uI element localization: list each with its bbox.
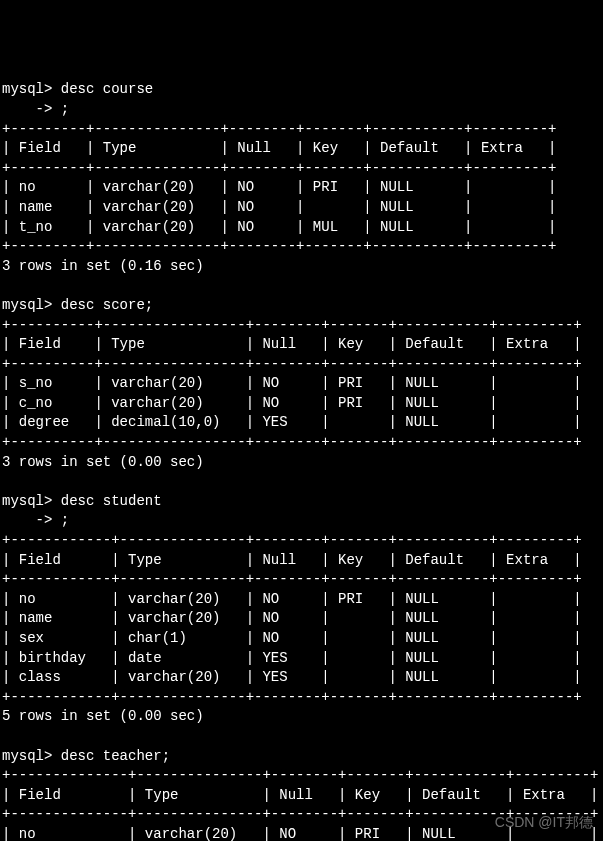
terminal-output: mysql> desc course -> ; +---------+-----… bbox=[2, 80, 601, 841]
watermark: CSDN @IT邦德 bbox=[495, 813, 593, 833]
